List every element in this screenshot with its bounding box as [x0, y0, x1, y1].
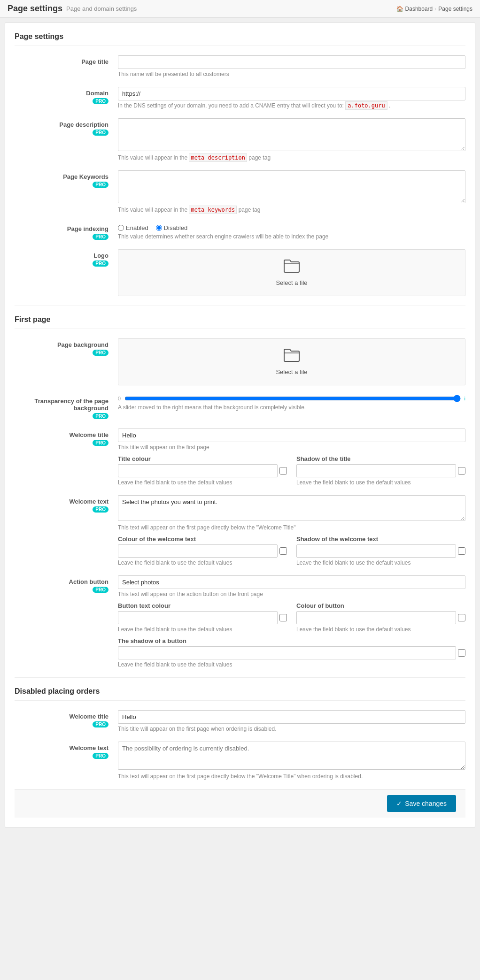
shadow-text-input[interactable] [296, 544, 456, 558]
textarea-disabled-welcome-text[interactable] [118, 742, 465, 770]
textarea-page-keywords[interactable] [118, 170, 465, 203]
label-transparency: Transparency of the page background [15, 398, 108, 412]
btn-colour-label: Colour of button [296, 602, 465, 609]
hint-page-title: This name will be presented to all custo… [118, 71, 465, 77]
btn-text-colour-input[interactable] [118, 611, 278, 624]
shadow-text-label: Shadow of the welcome text [296, 536, 465, 543]
pro-badge-welcome-title: PRO [93, 440, 108, 446]
btn-colour-input-row [296, 611, 465, 624]
label-disabled-welcome-text: Welcome text [15, 744, 108, 751]
radio-disabled-input[interactable] [156, 225, 162, 231]
label-col-domain: Domain PRO [15, 87, 118, 104]
breadcrumb-current: Page settings [438, 6, 472, 12]
field-welcome-title: Welcome title PRO This title will appear… [15, 429, 465, 486]
label-page-indexing: Page indexing [15, 225, 108, 232]
hint-page-keywords: This value will appear in the meta keywo… [118, 207, 465, 213]
top-bar: Page settings Page and domain settings 🏠… [0, 0, 480, 18]
field-col-page-keywords: This value will appear in the meta keywo… [118, 170, 465, 213]
textarea-page-description[interactable] [118, 118, 465, 151]
page-subtitle: Page and domain settings [66, 5, 137, 12]
label-page-title: Page title [15, 58, 108, 65]
title-colour-input[interactable] [118, 464, 278, 477]
btn-colour-checkbox[interactable] [458, 614, 465, 621]
label-page-description: Page description [15, 121, 108, 128]
transparency-slider[interactable] [124, 395, 460, 402]
label-col-page-keywords: Page Keywords PRO [15, 170, 118, 188]
btn-colour-col: Colour of button Leave the field blank t… [296, 602, 465, 633]
label-page-keywords: Page Keywords [15, 173, 108, 180]
radio-disabled-label: Disabled [164, 224, 188, 231]
hint-disabled-welcome-title: This title will appear on the first page… [118, 726, 465, 732]
shadow-btn-checkbox[interactable] [458, 649, 465, 657]
radio-enabled[interactable]: Enabled [118, 224, 148, 231]
label-action-button: Action button [15, 578, 108, 585]
text-colour-checkbox[interactable] [279, 547, 287, 555]
hint-shadow-title: Leave the field blank to use the default… [296, 479, 465, 486]
breadcrumb-icon: 🏠 [396, 6, 403, 12]
hint-shadow-btn: Leave the field blank to use the default… [118, 661, 465, 668]
btn-text-colour-checkbox[interactable] [279, 614, 287, 621]
hint-title-colour: Leave the field blank to use the default… [118, 479, 287, 486]
field-col-page-indexing: Enabled Disabled This value determines w… [118, 222, 465, 240]
title-colour-checkbox[interactable] [279, 467, 287, 475]
label-col-page-title: Page title [15, 55, 118, 65]
label-col-page-indexing: Page indexing PRO [15, 222, 118, 240]
logo-file-label: Select a file [276, 279, 307, 286]
field-col-domain: In the DNS settings of your domain, you … [118, 87, 465, 109]
breadcrumb-dashboard[interactable]: Dashboard [405, 6, 433, 12]
field-col-transparency: 0 i A slider moved to the right means th… [118, 395, 465, 411]
shadow-text-checkbox[interactable] [458, 547, 465, 555]
input-page-title[interactable] [118, 55, 465, 69]
folder-open-icon-bg [283, 348, 300, 366]
field-col-page-background: Select a file [118, 338, 465, 385]
folder-open-icon [283, 259, 300, 276]
hint-transparency: A slider moved to the right means that t… [118, 404, 465, 411]
save-button[interactable]: ✓ Save changes [387, 795, 456, 812]
welcome-title-colours: Title colour Leave the field blank to us… [118, 455, 465, 486]
pro-badge-page-indexing: PRO [93, 234, 108, 240]
section-page-settings-title: Page settings [15, 32, 465, 46]
label-col-disabled-welcome-title: Welcome title PRO [15, 710, 118, 727]
pro-badge-transparency: PRO [93, 413, 108, 419]
label-col-transparency: Transparency of the page background PRO [15, 395, 118, 419]
label-welcome-text: Welcome text [15, 498, 108, 505]
radio-enabled-input[interactable] [118, 225, 124, 231]
shadow-btn-input[interactable] [118, 646, 456, 659]
pro-badge-welcome-text: PRO [93, 506, 108, 513]
field-col-action-button: This text will appear on the action butt… [118, 575, 465, 668]
breadcrumb: 🏠 Dashboard › Page settings [396, 6, 472, 12]
shadow-btn-label: The shadow of a button [118, 637, 465, 644]
field-logo: Logo PRO Select a file [15, 249, 465, 296]
separator-2 [15, 677, 465, 678]
field-col-disabled-welcome-title: This title will appear on the first page… [118, 710, 465, 732]
text-colour-col: Colour of the welcome text Leave the fie… [118, 536, 287, 566]
radio-group-indexing: Enabled Disabled [118, 222, 465, 231]
label-col-welcome-text: Welcome text PRO [15, 495, 118, 513]
field-col-disabled-welcome-text: This text will appear on the first page … [118, 742, 465, 780]
input-domain[interactable] [118, 87, 465, 100]
save-bar: ✓ Save changes [15, 789, 465, 818]
background-file-selector[interactable]: Select a file [118, 338, 465, 385]
radio-disabled[interactable]: Disabled [156, 224, 188, 231]
field-welcome-text: Welcome text PRO Select the photos you w… [15, 495, 465, 566]
pro-badge-disabled-welcome-title: PRO [93, 721, 108, 727]
shadow-title-input[interactable] [296, 464, 456, 477]
hint-btn-colour: Leave the field blank to use the default… [296, 626, 465, 633]
slider-max-label: i [465, 396, 465, 401]
input-disabled-welcome-title[interactable] [118, 710, 465, 724]
hint-page-indexing: This value determines whether search eng… [118, 233, 465, 240]
textarea-welcome-text[interactable]: Select the photos you want to print. [118, 495, 465, 521]
breadcrumb-separator: › [434, 6, 436, 12]
text-colour-input[interactable] [118, 544, 278, 558]
logo-file-selector[interactable]: Select a file [118, 249, 465, 296]
input-action-button[interactable] [118, 575, 465, 589]
btn-colour-input[interactable] [296, 611, 456, 624]
label-col-page-description: Page description PRO [15, 118, 118, 136]
btn-text-colour-col: Button text colour Leave the field blank… [118, 602, 287, 633]
input-welcome-title[interactable] [118, 429, 465, 442]
field-transparency: Transparency of the page background PRO … [15, 395, 465, 419]
shadow-title-checkbox[interactable] [458, 467, 465, 475]
separator-1 [15, 306, 465, 306]
field-col-welcome-text: Select the photos you want to print. Thi… [118, 495, 465, 566]
label-page-background: Page background [15, 341, 108, 348]
